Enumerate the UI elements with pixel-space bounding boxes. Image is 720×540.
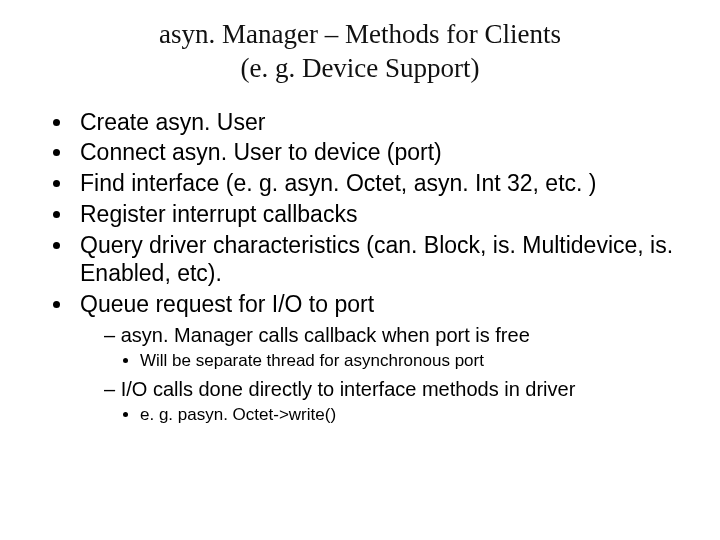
bullet-item: Find interface (e. g. asyn. Octet, asyn.… xyxy=(74,169,680,198)
bullet-item: Query driver characteristics (can. Block… xyxy=(74,231,680,289)
bullet-text: Register interrupt callbacks xyxy=(80,201,357,227)
sub-bullet-item: I/O calls done directly to interface met… xyxy=(104,377,680,425)
bullet-item: Connect asyn. User to device (port) xyxy=(74,138,680,167)
sub-bullet-list: asyn. Manager calls callback when port i… xyxy=(80,323,680,426)
slide-title: asyn. Manager – Methods for Clients (e. … xyxy=(40,18,680,86)
bullet-text: Queue request for I/O to port xyxy=(80,291,374,317)
bullet-text: Connect asyn. User to device (port) xyxy=(80,139,442,165)
title-line-2: (e. g. Device Support) xyxy=(240,53,479,83)
title-line-1: asyn. Manager – Methods for Clients xyxy=(159,19,561,49)
bullet-item: Register interrupt callbacks xyxy=(74,200,680,229)
sub2-bullet-item: e. g. pasyn. Octet->write() xyxy=(140,404,680,425)
sub-bullet-text: asyn. Manager calls callback when port i… xyxy=(121,324,530,346)
slide: asyn. Manager – Methods for Clients (e. … xyxy=(0,0,720,540)
bullet-text: Create asyn. User xyxy=(80,109,265,135)
sub-bullet-text: I/O calls done directly to interface met… xyxy=(121,378,576,400)
sub2-bullet-list: e. g. pasyn. Octet->write() xyxy=(104,404,680,425)
bullet-item: Create asyn. User xyxy=(74,108,680,137)
bullet-text: Find interface (e. g. asyn. Octet, asyn.… xyxy=(80,170,596,196)
sub-bullet-item: asyn. Manager calls callback when port i… xyxy=(104,323,680,371)
bullet-text: Query driver characteristics (can. Block… xyxy=(80,232,673,287)
bullet-list: Create asyn. User Connect asyn. User to … xyxy=(40,108,680,426)
sub2-bullet-text: e. g. pasyn. Octet->write() xyxy=(140,405,336,424)
bullet-item: Queue request for I/O to port asyn. Mana… xyxy=(74,290,680,425)
sub2-bullet-item: Will be separate thread for asynchronous… xyxy=(140,350,680,371)
sub2-bullet-list: Will be separate thread for asynchronous… xyxy=(104,350,680,371)
sub2-bullet-text: Will be separate thread for asynchronous… xyxy=(140,351,484,370)
